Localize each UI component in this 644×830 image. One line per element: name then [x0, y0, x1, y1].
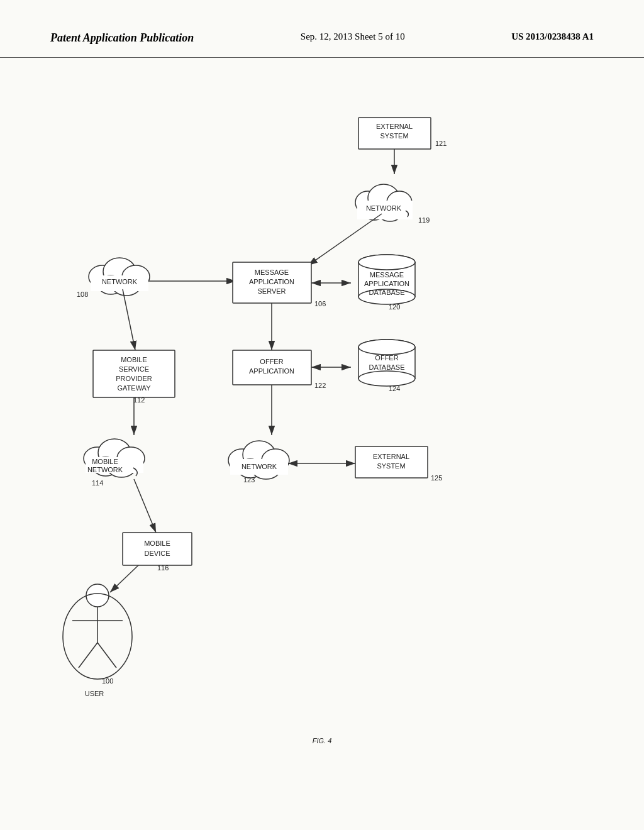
svg-line-81	[134, 479, 156, 533]
svg-text:123: 123	[243, 476, 255, 484]
svg-text:EXTERNAL: EXTERNAL	[373, 453, 409, 460]
publication-title: Patent Application Publication	[50, 31, 194, 45]
page: Patent Application Publication Sep. 12, …	[0, 0, 644, 830]
svg-text:112: 112	[133, 396, 145, 404]
svg-text:116: 116	[157, 564, 169, 572]
svg-text:DATABASE: DATABASE	[369, 289, 404, 296]
svg-text:MESSAGE: MESSAGE	[255, 268, 289, 276]
page-header: Patent Application Publication Sep. 12, …	[0, 0, 644, 58]
svg-text:NETWORK: NETWORK	[102, 278, 138, 285]
svg-text:100: 100	[102, 677, 113, 685]
svg-point-32	[358, 255, 415, 270]
svg-line-37	[123, 289, 135, 350]
svg-line-86	[110, 565, 138, 592]
svg-text:USER: USER	[85, 690, 104, 697]
svg-text:DEVICE: DEVICE	[145, 550, 170, 557]
fig4-diagram: text { font-family: Arial, sans-serif; f…	[0, 58, 644, 768]
svg-text:EXTERNAL: EXTERNAL	[376, 123, 413, 130]
svg-line-90	[79, 643, 97, 668]
svg-text:MOBILE: MOBILE	[92, 458, 118, 465]
diagram-area: text { font-family: Arial, sans-serif; f…	[0, 58, 644, 768]
svg-line-91	[97, 643, 116, 668]
svg-text:FIG. 4: FIG. 4	[313, 737, 332, 744]
svg-point-52	[358, 371, 415, 386]
publication-date-sheet: Sep. 12, 2013 Sheet 5 of 10	[301, 31, 405, 42]
svg-text:SERVICE: SERVICE	[119, 365, 149, 373]
svg-text:GATEWAY: GATEWAY	[118, 384, 152, 392]
svg-text:DATABASE: DATABASE	[369, 363, 404, 371]
svg-text:MOBILE: MOBILE	[121, 356, 147, 363]
svg-text:PROVIDER: PROVIDER	[116, 375, 152, 382]
svg-text:NETWORK: NETWORK	[366, 204, 402, 212]
svg-text:119: 119	[418, 216, 430, 224]
svg-text:114: 114	[92, 479, 103, 487]
svg-text:122: 122	[314, 382, 326, 389]
svg-text:SERVER: SERVER	[257, 287, 286, 295]
svg-text:NETWORK: NETWORK	[242, 463, 277, 470]
svg-point-53	[358, 340, 415, 355]
svg-text:121: 121	[435, 140, 447, 147]
svg-text:OFFER: OFFER	[260, 358, 283, 365]
svg-text:MOBILE: MOBILE	[144, 540, 170, 547]
svg-text:106: 106	[314, 300, 326, 307]
svg-text:NETWORK: NETWORK	[87, 466, 123, 473]
svg-text:125: 125	[431, 474, 442, 482]
svg-text:108: 108	[77, 290, 88, 298]
svg-text:APPLICATION: APPLICATION	[249, 278, 294, 285]
publication-number: US 2013/0238438 A1	[511, 31, 594, 42]
svg-text:SYSTEM: SYSTEM	[380, 132, 408, 140]
svg-text:MESSAGE: MESSAGE	[370, 271, 404, 279]
svg-text:OFFER: OFFER	[375, 354, 398, 362]
svg-text:APPLICATION: APPLICATION	[249, 367, 294, 375]
svg-point-87	[86, 584, 109, 607]
svg-text:APPLICATION: APPLICATION	[364, 280, 409, 287]
svg-text:120: 120	[389, 303, 400, 311]
svg-text:124: 124	[389, 385, 400, 392]
svg-rect-82	[123, 533, 192, 565]
svg-text:SYSTEM: SYSTEM	[377, 462, 405, 470]
